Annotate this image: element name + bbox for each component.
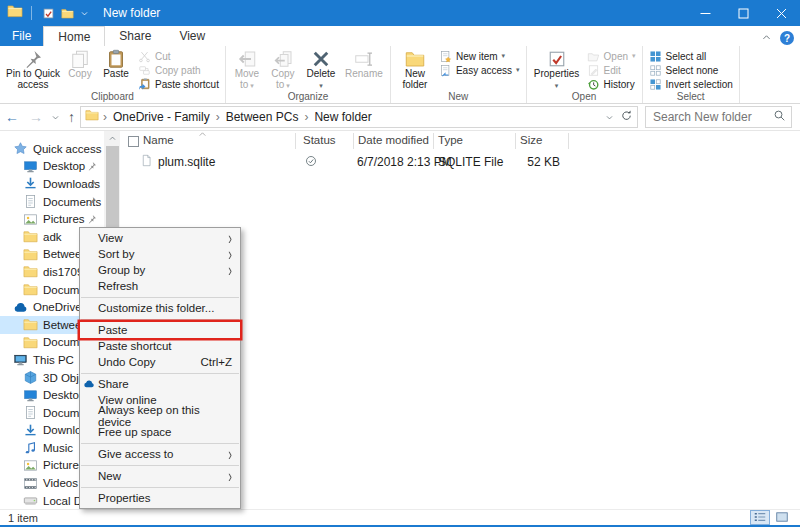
breadcrumb-item-onedrive-family[interactable]: OneDrive - Family [111, 110, 212, 124]
menu-item-label: Give access to [98, 448, 173, 460]
submenu-chevron-icon: › [228, 466, 232, 485]
sidebar-item-label: adk [43, 231, 62, 243]
context-menu-item-group-by[interactable]: Group by› [80, 262, 240, 278]
context-menu-item-give-access-to[interactable]: Give access to› [80, 446, 240, 462]
film-icon [23, 476, 38, 491]
ribbon-button-paste[interactable]: Paste [97, 48, 135, 92]
context-menu-item-always-keep-on-this-device[interactable]: Always keep on this device [80, 408, 240, 424]
ribbon-button-new-item[interactable]: New item▾ [436, 49, 523, 63]
breadcrumb-item-new-folder[interactable]: New folder [312, 110, 373, 124]
sidebar-item-documents[interactable]: Documents [0, 193, 104, 211]
scrollbar-up-icon[interactable] [104, 131, 120, 146]
ribbon-button-pin-to-quick-access[interactable]: Pin to Quickaccess [3, 48, 63, 92]
context-menu-item-properties[interactable]: Properties [80, 490, 240, 506]
chevron-down-icon[interactable] [51, 113, 60, 122]
easy-access-icon [439, 64, 452, 77]
file-row[interactable]: plum.sqlite6/7/2018 2:13 PMSQLITE File52… [120, 152, 800, 171]
context-menu-item-free-up-space[interactable]: Free up space [80, 424, 240, 440]
column-header-size[interactable]: Size [520, 134, 542, 146]
details-view-button[interactable] [750, 510, 770, 525]
column-separator[interactable] [353, 133, 354, 149]
window-controls [686, 0, 800, 26]
ribbon-button-paste-shortcut[interactable]: Paste shortcut [135, 77, 222, 91]
sidebar-item-pictures[interactable]: Pictures [0, 210, 104, 228]
context-menu-item-refresh[interactable]: Refresh [80, 278, 240, 294]
tab-share[interactable]: Share [105, 26, 165, 46]
file-type-icon [140, 154, 153, 170]
picture-icon [23, 458, 38, 473]
folder-icon[interactable] [61, 7, 74, 20]
chevron-down-icon[interactable] [605, 113, 614, 122]
ribbon-button-invert-selection[interactable]: Invert selection [646, 77, 736, 91]
minimize-button[interactable] [686, 0, 724, 26]
help-icon[interactable]: ? [780, 31, 794, 45]
ribbon-button-history[interactable]: History [584, 77, 639, 91]
tab-home[interactable]: Home [43, 26, 105, 46]
ribbon-button-select-none[interactable]: Select none [646, 63, 736, 77]
context-menu-item-view[interactable]: View› [80, 230, 240, 246]
breadcrumb-item-between-pcs[interactable]: Between PCs [224, 110, 301, 124]
refresh-icon[interactable] [620, 109, 633, 122]
breadcrumb-separator: › [300, 110, 312, 124]
ribbon-button-easy-access[interactable]: Easy access▾ [436, 63, 523, 77]
document-icon [23, 194, 38, 209]
tab-file[interactable]: File [0, 26, 43, 46]
properties-icon[interactable] [42, 7, 55, 20]
address-box[interactable]: › OneDrive - Family›Between PCs›New fold… [80, 106, 638, 128]
ribbon-button-properties[interactable]: Properties ▾ [530, 48, 584, 92]
context-menu-item-new[interactable]: New› [80, 468, 240, 484]
ribbon-button-new-folder[interactable]: Newfolder [394, 48, 436, 92]
folder-icon [23, 335, 38, 350]
ribbon-button-edit: Edit [584, 63, 639, 77]
scrollbar-thumb[interactable] [106, 146, 119, 238]
menu-item-label: New [98, 470, 121, 482]
ribbon-group-organize: Moveto ▾Copyto ▾Delete ▾RenameOrganize [226, 46, 391, 103]
close-button[interactable] [762, 0, 800, 26]
maximize-button[interactable] [724, 0, 762, 26]
ribbon-button-select-all[interactable]: Select all [646, 49, 736, 63]
ribbon-group-clipboard: Pin to QuickaccessCopyPasteCutCopy pathP… [0, 46, 226, 103]
clipboard-icon [106, 49, 126, 69]
collapse-ribbon-icon[interactable] [761, 29, 772, 47]
dropdown-arrow-icon: ▾ [516, 66, 520, 74]
context-menu-item-share[interactable]: Share [80, 376, 240, 392]
refresh-icon[interactable] [620, 108, 633, 126]
context-menu-item-undo-copy[interactable]: Undo CopyCtrl+Z [80, 354, 240, 370]
tab-view[interactable]: View [165, 26, 219, 46]
sidebar-item-desktop[interactable]: Desktop [0, 158, 104, 176]
back-button[interactable]: ← [0, 110, 24, 124]
context-menu-item-customize-this-folder[interactable]: Customize this folder... [80, 300, 240, 316]
chevron-down-white-icon[interactable] [80, 9, 89, 18]
folder-icon [23, 229, 38, 244]
context-menu-item-paste[interactable]: Paste [80, 322, 240, 338]
column-separator[interactable] [433, 133, 434, 149]
recent-locations-chevron-icon[interactable] [48, 108, 63, 126]
select-checkbox[interactable] [128, 136, 139, 147]
sidebar-item-downloads[interactable]: Downloads [0, 175, 104, 193]
download-icon [23, 423, 38, 438]
column-separator[interactable] [568, 133, 569, 149]
delete-icon [311, 49, 331, 69]
up-button[interactable]: ↑ [63, 110, 80, 124]
column-header-date-modified[interactable]: Date modified [358, 134, 429, 146]
search-input[interactable] [646, 110, 768, 124]
context-menu-item-paste-shortcut[interactable]: Paste shortcut [80, 338, 240, 354]
column-separator[interactable] [515, 133, 516, 149]
column-header-name[interactable]: Name [143, 134, 174, 146]
ribbon-button-open: Open▾ [584, 49, 639, 63]
breadcrumb-separator: › [99, 110, 111, 124]
address-dropdown-icon[interactable] [605, 108, 614, 126]
column-header-status[interactable]: Status [303, 134, 336, 146]
context-menu-item-sort-by[interactable]: Sort by› [80, 246, 240, 262]
column-separator[interactable] [295, 133, 296, 149]
ribbon-button-delete[interactable]: Delete ▾ [301, 48, 341, 92]
large-icons-view-button[interactable] [772, 510, 792, 525]
folder-icon [23, 247, 38, 262]
monitor-icon [23, 159, 38, 174]
ribbon-tabs: HomeShareView [43, 26, 219, 46]
column-header-type[interactable]: Type [438, 134, 463, 146]
context-menu: View›Sort by›Group by›RefreshCustomize t… [79, 227, 241, 509]
view-icons-icon [775, 510, 789, 524]
chevron-up-icon[interactable] [761, 32, 772, 43]
sidebar-item-quick-access[interactable]: Quick access [0, 140, 104, 158]
